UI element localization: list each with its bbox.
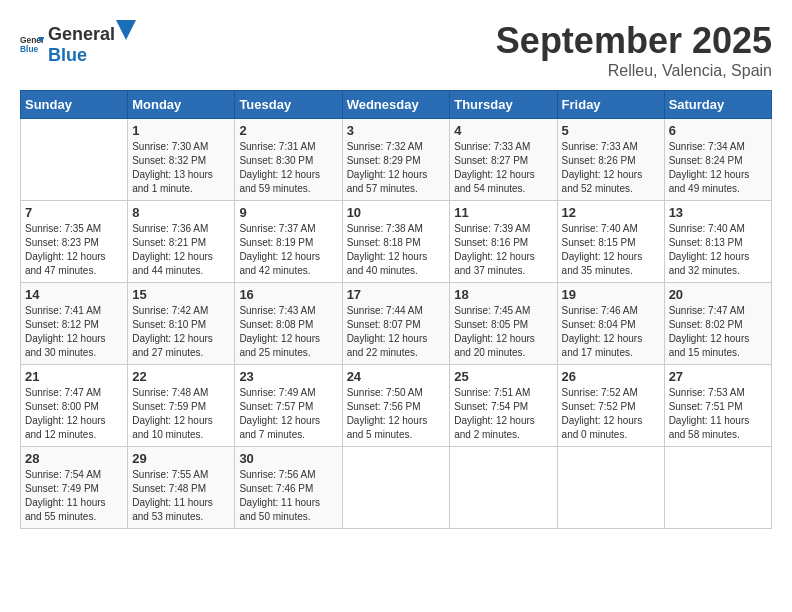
day-info: Sunrise: 7:49 AMSunset: 7:57 PMDaylight:… bbox=[239, 386, 337, 442]
day-info: Sunrise: 7:36 AMSunset: 8:21 PMDaylight:… bbox=[132, 222, 230, 278]
header-sunday: Sunday bbox=[21, 91, 128, 119]
calendar-cell: 9Sunrise: 7:37 AMSunset: 8:19 PMDaylight… bbox=[235, 201, 342, 283]
calendar-cell: 7Sunrise: 7:35 AMSunset: 8:23 PMDaylight… bbox=[21, 201, 128, 283]
calendar-cell bbox=[557, 447, 664, 529]
calendar-cell: 17Sunrise: 7:44 AMSunset: 8:07 PMDayligh… bbox=[342, 283, 450, 365]
svg-text:Blue: Blue bbox=[20, 44, 39, 54]
month-title: September 2025 bbox=[496, 20, 772, 62]
day-info: Sunrise: 7:42 AMSunset: 8:10 PMDaylight:… bbox=[132, 304, 230, 360]
header-friday: Friday bbox=[557, 91, 664, 119]
day-info: Sunrise: 7:47 AMSunset: 8:02 PMDaylight:… bbox=[669, 304, 767, 360]
calendar-cell bbox=[342, 447, 450, 529]
calendar-cell: 24Sunrise: 7:50 AMSunset: 7:56 PMDayligh… bbox=[342, 365, 450, 447]
day-number: 10 bbox=[347, 205, 446, 220]
day-number: 14 bbox=[25, 287, 123, 302]
calendar-week-2: 7Sunrise: 7:35 AMSunset: 8:23 PMDaylight… bbox=[21, 201, 772, 283]
calendar-cell bbox=[21, 119, 128, 201]
calendar-cell: 2Sunrise: 7:31 AMSunset: 8:30 PMDaylight… bbox=[235, 119, 342, 201]
calendar-cell: 8Sunrise: 7:36 AMSunset: 8:21 PMDaylight… bbox=[128, 201, 235, 283]
day-info: Sunrise: 7:33 AMSunset: 8:26 PMDaylight:… bbox=[562, 140, 660, 196]
calendar-cell: 6Sunrise: 7:34 AMSunset: 8:24 PMDaylight… bbox=[664, 119, 771, 201]
day-info: Sunrise: 7:34 AMSunset: 8:24 PMDaylight:… bbox=[669, 140, 767, 196]
day-number: 11 bbox=[454, 205, 552, 220]
calendar-cell: 1Sunrise: 7:30 AMSunset: 8:32 PMDaylight… bbox=[128, 119, 235, 201]
logo-blue: Blue bbox=[48, 45, 87, 65]
calendar-week-5: 28Sunrise: 7:54 AMSunset: 7:49 PMDayligh… bbox=[21, 447, 772, 529]
calendar-cell: 12Sunrise: 7:40 AMSunset: 8:15 PMDayligh… bbox=[557, 201, 664, 283]
day-info: Sunrise: 7:40 AMSunset: 8:15 PMDaylight:… bbox=[562, 222, 660, 278]
day-number: 27 bbox=[669, 369, 767, 384]
logo-general: General bbox=[48, 24, 115, 45]
header-tuesday: Tuesday bbox=[235, 91, 342, 119]
calendar-week-1: 1Sunrise: 7:30 AMSunset: 8:32 PMDaylight… bbox=[21, 119, 772, 201]
calendar-week-3: 14Sunrise: 7:41 AMSunset: 8:12 PMDayligh… bbox=[21, 283, 772, 365]
day-info: Sunrise: 7:47 AMSunset: 8:00 PMDaylight:… bbox=[25, 386, 123, 442]
day-info: Sunrise: 7:37 AMSunset: 8:19 PMDaylight:… bbox=[239, 222, 337, 278]
calendar-cell: 21Sunrise: 7:47 AMSunset: 8:00 PMDayligh… bbox=[21, 365, 128, 447]
calendar-cell: 5Sunrise: 7:33 AMSunset: 8:26 PMDaylight… bbox=[557, 119, 664, 201]
day-info: Sunrise: 7:48 AMSunset: 7:59 PMDaylight:… bbox=[132, 386, 230, 442]
day-info: Sunrise: 7:30 AMSunset: 8:32 PMDaylight:… bbox=[132, 140, 230, 196]
calendar-cell: 10Sunrise: 7:38 AMSunset: 8:18 PMDayligh… bbox=[342, 201, 450, 283]
day-info: Sunrise: 7:40 AMSunset: 8:13 PMDaylight:… bbox=[669, 222, 767, 278]
day-info: Sunrise: 7:44 AMSunset: 8:07 PMDaylight:… bbox=[347, 304, 446, 360]
day-number: 15 bbox=[132, 287, 230, 302]
day-info: Sunrise: 7:31 AMSunset: 8:30 PMDaylight:… bbox=[239, 140, 337, 196]
calendar-cell: 4Sunrise: 7:33 AMSunset: 8:27 PMDaylight… bbox=[450, 119, 557, 201]
day-info: Sunrise: 7:32 AMSunset: 8:29 PMDaylight:… bbox=[347, 140, 446, 196]
day-number: 19 bbox=[562, 287, 660, 302]
day-number: 5 bbox=[562, 123, 660, 138]
day-info: Sunrise: 7:53 AMSunset: 7:51 PMDaylight:… bbox=[669, 386, 767, 442]
day-info: Sunrise: 7:54 AMSunset: 7:49 PMDaylight:… bbox=[25, 468, 123, 524]
calendar-cell: 20Sunrise: 7:47 AMSunset: 8:02 PMDayligh… bbox=[664, 283, 771, 365]
calendar-cell: 25Sunrise: 7:51 AMSunset: 7:54 PMDayligh… bbox=[450, 365, 557, 447]
header: General Blue General Blue September 2025… bbox=[20, 20, 772, 80]
calendar-cell: 18Sunrise: 7:45 AMSunset: 8:05 PMDayligh… bbox=[450, 283, 557, 365]
day-number: 29 bbox=[132, 451, 230, 466]
calendar-cell: 11Sunrise: 7:39 AMSunset: 8:16 PMDayligh… bbox=[450, 201, 557, 283]
day-info: Sunrise: 7:43 AMSunset: 8:08 PMDaylight:… bbox=[239, 304, 337, 360]
day-info: Sunrise: 7:33 AMSunset: 8:27 PMDaylight:… bbox=[454, 140, 552, 196]
day-number: 24 bbox=[347, 369, 446, 384]
calendar-cell: 28Sunrise: 7:54 AMSunset: 7:49 PMDayligh… bbox=[21, 447, 128, 529]
header-thursday: Thursday bbox=[450, 91, 557, 119]
day-number: 7 bbox=[25, 205, 123, 220]
title-area: September 2025 Relleu, Valencia, Spain bbox=[496, 20, 772, 80]
day-number: 25 bbox=[454, 369, 552, 384]
day-number: 13 bbox=[669, 205, 767, 220]
day-info: Sunrise: 7:39 AMSunset: 8:16 PMDaylight:… bbox=[454, 222, 552, 278]
logo-icon: General Blue bbox=[20, 31, 44, 55]
calendar-cell: 30Sunrise: 7:56 AMSunset: 7:46 PMDayligh… bbox=[235, 447, 342, 529]
logo: General Blue General Blue bbox=[20, 20, 138, 66]
day-info: Sunrise: 7:35 AMSunset: 8:23 PMDaylight:… bbox=[25, 222, 123, 278]
day-number: 16 bbox=[239, 287, 337, 302]
header-saturday: Saturday bbox=[664, 91, 771, 119]
calendar-cell bbox=[450, 447, 557, 529]
day-number: 20 bbox=[669, 287, 767, 302]
day-number: 12 bbox=[562, 205, 660, 220]
calendar-cell: 29Sunrise: 7:55 AMSunset: 7:48 PMDayligh… bbox=[128, 447, 235, 529]
calendar-cell bbox=[664, 447, 771, 529]
day-info: Sunrise: 7:51 AMSunset: 7:54 PMDaylight:… bbox=[454, 386, 552, 442]
day-number: 18 bbox=[454, 287, 552, 302]
calendar-cell: 22Sunrise: 7:48 AMSunset: 7:59 PMDayligh… bbox=[128, 365, 235, 447]
day-info: Sunrise: 7:50 AMSunset: 7:56 PMDaylight:… bbox=[347, 386, 446, 442]
day-number: 4 bbox=[454, 123, 552, 138]
day-number: 21 bbox=[25, 369, 123, 384]
day-info: Sunrise: 7:55 AMSunset: 7:48 PMDaylight:… bbox=[132, 468, 230, 524]
calendar-week-4: 21Sunrise: 7:47 AMSunset: 8:00 PMDayligh… bbox=[21, 365, 772, 447]
calendar-cell: 23Sunrise: 7:49 AMSunset: 7:57 PMDayligh… bbox=[235, 365, 342, 447]
calendar-header-row: SundayMondayTuesdayWednesdayThursdayFrid… bbox=[21, 91, 772, 119]
day-number: 30 bbox=[239, 451, 337, 466]
calendar-cell: 13Sunrise: 7:40 AMSunset: 8:13 PMDayligh… bbox=[664, 201, 771, 283]
header-monday: Monday bbox=[128, 91, 235, 119]
calendar-cell: 26Sunrise: 7:52 AMSunset: 7:52 PMDayligh… bbox=[557, 365, 664, 447]
day-number: 22 bbox=[132, 369, 230, 384]
day-info: Sunrise: 7:41 AMSunset: 8:12 PMDaylight:… bbox=[25, 304, 123, 360]
svg-marker-3 bbox=[116, 20, 136, 40]
logo-triangle-icon bbox=[116, 20, 136, 40]
day-number: 8 bbox=[132, 205, 230, 220]
day-number: 23 bbox=[239, 369, 337, 384]
day-info: Sunrise: 7:52 AMSunset: 7:52 PMDaylight:… bbox=[562, 386, 660, 442]
subtitle: Relleu, Valencia, Spain bbox=[496, 62, 772, 80]
